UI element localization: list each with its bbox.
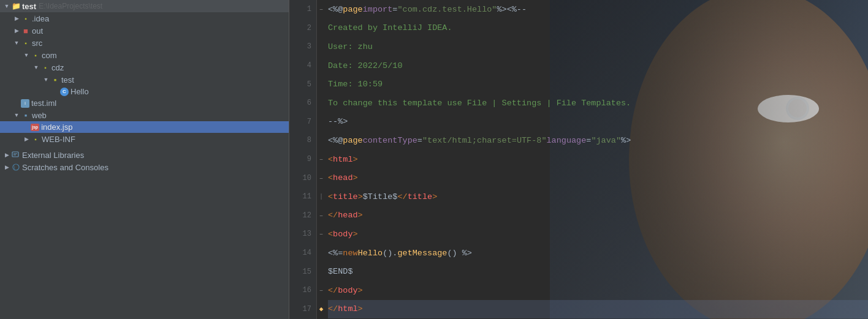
code-line-11[interactable]: <title>$Title$</title>: [328, 187, 868, 206]
gutter-8: [317, 131, 326, 150]
sidebar-item-out[interactable]: ▶ ■ out: [0, 24, 289, 37]
sidebar-item-idea[interactable]: ▶ ▪ .idea: [0, 12, 289, 24]
code-line-13[interactable]: <body>: [328, 225, 868, 244]
gutter-13[interactable]: –: [317, 225, 326, 244]
src-arrow: ▼: [12, 39, 21, 47]
jsp-file-icon: jsp: [31, 124, 39, 131]
jsp-arrow: [22, 123, 31, 132]
sidebar-item-web[interactable]: ▼ ▪ web: [0, 109, 289, 121]
root-folder-icon: 📁: [11, 1, 21, 11]
token: "com.cdz.test.Hello": [397, 5, 497, 14]
code-line-9[interactable]: <html>: [328, 150, 868, 169]
token: $Title$: [363, 192, 398, 201]
com-arrow: ▼: [22, 51, 31, 59]
code-line-2[interactable]: Created by IntelliJ IDEA.: [328, 19, 868, 38]
gutter-6: [317, 94, 326, 113]
cdz-arrow: ▼: [32, 63, 40, 72]
com-label: com: [42, 51, 57, 60]
token: </: [328, 286, 338, 295]
code-line-16[interactable]: </body>: [328, 281, 868, 300]
sidebar-item-cdz[interactable]: ▼ ▪ cdz: [0, 61, 289, 73]
webinf-label: WEB-INF: [42, 135, 75, 144]
token: =: [392, 5, 397, 14]
token: <%=: [328, 249, 343, 258]
test-pkg-arrow: ▼: [42, 75, 50, 84]
web-folder-icon: ▪: [21, 110, 31, 120]
code-line-4[interactable]: Date: 2022/5/10: [328, 56, 868, 75]
code-line-15[interactable]: $END$: [328, 262, 868, 281]
token: >: [358, 211, 363, 220]
code-line-6[interactable]: To change this template use File | Setti…: [328, 94, 868, 113]
code-lines[interactable]: <%@ page import="com.cdz.test.Hello" %><…: [326, 0, 868, 319]
token: %>: [621, 136, 631, 145]
gutter-10[interactable]: –: [317, 168, 326, 187]
scratches-label: Scratches and Consoles: [22, 163, 108, 172]
code-line-12[interactable]: </head>: [328, 206, 868, 225]
line-num-15: 15: [289, 262, 316, 281]
sidebar-item-test-package[interactable]: ▼ ▪ test: [0, 73, 289, 86]
token: head: [338, 211, 357, 220]
token: <: [328, 173, 333, 182]
gutter-15: [317, 262, 326, 281]
test-pkg-label: test: [61, 75, 74, 84]
line-num-5: 5: [289, 75, 316, 94]
iml-label: test.iml: [31, 99, 56, 108]
sidebar-item-web-inf[interactable]: ▶ ▪ WEB-INF: [0, 133, 289, 145]
line-num-3: 3: [289, 37, 316, 56]
token: <: [328, 192, 333, 201]
token: >: [358, 286, 363, 295]
code-line-1[interactable]: <%@ page import="com.cdz.test.Hello" %><…: [328, 0, 868, 19]
token: page: [343, 136, 362, 145]
line-num-7: 7: [289, 113, 316, 132]
line-num-9: 9: [289, 150, 316, 169]
web-label: web: [32, 111, 47, 120]
code-line-5[interactable]: Time: 10:59: [328, 75, 868, 94]
web-arrow: ▼: [12, 111, 21, 119]
gutter-1[interactable]: –: [317, 0, 326, 19]
scratches-arrow: ▶: [2, 163, 11, 171]
gutter-4: [317, 56, 326, 75]
token: import: [363, 5, 393, 14]
code-line-14[interactable]: <%=new Hello().getMessage() %>: [328, 244, 868, 263]
sidebar-item-index-jsp[interactable]: jsp index.jsp: [0, 121, 289, 133]
sidebar: ▼ 📁 test E:\IdeaProjects\test ▶ ▪ .idea …: [0, 0, 289, 319]
code-line-3[interactable]: User: zhu: [328, 37, 868, 56]
gutter-9[interactable]: –: [317, 150, 326, 169]
gutter-2: [317, 19, 326, 38]
ext-arrow: ▶: [2, 151, 11, 159]
token: body: [338, 286, 357, 295]
iml-arrow: [12, 99, 21, 108]
com-folder-icon: ▪: [31, 50, 40, 60]
gutter-16[interactable]: –: [317, 281, 326, 300]
token: =: [417, 136, 422, 145]
line-num-13: 13: [289, 225, 316, 244]
iml-file-icon: i: [21, 99, 29, 108]
sidebar-item-test-iml[interactable]: i test.iml: [0, 97, 289, 109]
sidebar-item-com[interactable]: ▼ ▪ com: [0, 49, 289, 61]
webinf-arrow: ▶: [22, 135, 31, 143]
token: head: [333, 173, 352, 182]
code-line-7[interactable]: --%>: [328, 113, 868, 132]
code-area: 1 2 3 4 5 6 7 8 9 10 11 12 13 14 15 16 1…: [289, 0, 868, 319]
code-line-10[interactable]: <head>: [328, 168, 868, 187]
code-line-17[interactable]: </html>: [328, 300, 868, 319]
token: "text/html;charset=UTF-8": [422, 136, 547, 145]
sidebar-item-src[interactable]: ▼ ▪ src: [0, 37, 289, 49]
root-arrow: ▼: [2, 2, 11, 10]
svg-rect-0: [12, 152, 18, 157]
project-root[interactable]: ▼ 📁 test E:\IdeaProjects\test: [0, 0, 289, 12]
token: Time: 10:59: [328, 80, 383, 89]
token: html: [333, 155, 352, 164]
gutter-12[interactable]: –: [317, 206, 326, 225]
token: Date: 2022/5/10: [328, 61, 403, 70]
token: <%@: [328, 5, 343, 14]
sidebar-item-ext-libs[interactable]: ▶ External Libraries: [0, 149, 289, 161]
sidebar-item-hello[interactable]: C Hello: [0, 86, 289, 97]
sidebar-item-scratches[interactable]: ▶ i Scratches and Consoles: [0, 161, 289, 173]
scratches-icon: i: [11, 162, 21, 172]
token: >: [353, 230, 358, 239]
jsp-label: index.jsp: [41, 122, 72, 132]
code-line-8[interactable]: <%@ page contentType="text/html;charset=…: [328, 131, 868, 150]
token: <: [328, 155, 333, 164]
token: $END$: [328, 267, 353, 276]
